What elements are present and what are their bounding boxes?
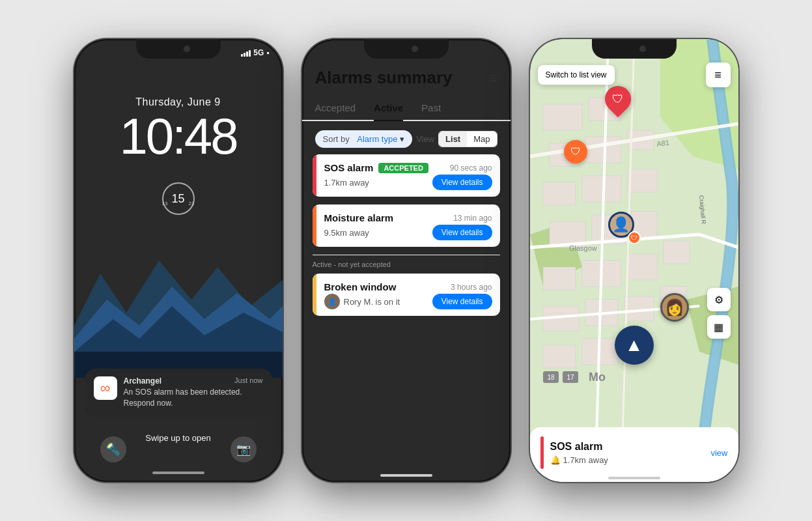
lock-bottom-icons: 🔦 📷 (74, 436, 283, 462)
popup-content: SOS alarm 🔔 1.7km away (550, 441, 705, 465)
pin-person[interactable]: 👩 (660, 293, 689, 322)
alarm-name-moisture: Moisture alarm (324, 212, 394, 223)
svg-text:Glasgow: Glasgow (569, 244, 597, 252)
person-pin-icon: 👩 (665, 298, 684, 317)
svg-text:17: 17 (567, 374, 574, 381)
svg-rect-19 (543, 267, 576, 290)
lockscreen: 5G ▪ Thursday, June 9 10:48 15 13 21 (74, 39, 283, 482)
ring-sub-right: 21 (189, 201, 195, 206)
network-type: 5G (253, 48, 264, 57)
map-screen: A81 Glasgow 18 17 Mo Craighall R Switch … (530, 39, 738, 482)
alarm-top-moisture: Moisture alarm 13 min ago (324, 212, 492, 223)
lock-status-bar: 5G ▪ (74, 39, 283, 57)
tool-settings-icon[interactable]: ⚙ (707, 288, 731, 311)
alarm-name-broken: Broken window (324, 281, 397, 292)
alarm-top-broken: Broken window 3 hours ago (324, 281, 492, 292)
popup-view-btn[interactable]: view (710, 448, 727, 458)
signal-icon (241, 49, 251, 57)
switch-to-list-btn[interactable]: Switch to list view (538, 65, 615, 85)
popup-distance-text: 1.7km away (563, 455, 608, 465)
lock-time-date: Thursday, June 9 10:48 (74, 57, 283, 162)
alarm-card-body-moisture: Moisture alarm 13 min ago 9.5km away Vie… (316, 204, 500, 247)
flashlight-button[interactable]: 🔦 (100, 436, 126, 462)
section-label-unaccepted: Active - not yet accepted (313, 255, 500, 271)
alarms-list: SOS alarm ACCPETED 90 secs ago 1.7km awa… (302, 154, 511, 316)
alarms-header: Alarms summary ≡ (302, 39, 511, 96)
notif-time: Just now (234, 376, 262, 386)
view-list[interactable]: List (439, 132, 467, 147)
svg-rect-15 (628, 169, 657, 192)
alarm-distance-sos: 1.7km away (324, 178, 369, 188)
map-background: A81 Glasgow 18 17 Mo Craighall R (530, 39, 738, 482)
svg-rect-27 (543, 345, 576, 368)
svg-rect-11 (585, 137, 621, 163)
camera-notch-dot-2 (412, 46, 418, 52)
mountain-bg (74, 234, 283, 378)
chevron-down-icon: ▾ (400, 134, 404, 144)
camera-icon: 📷 (236, 442, 251, 457)
tool-grid-icon[interactable]: ▦ (707, 315, 731, 339)
svg-rect-21 (628, 254, 657, 280)
alarm-card-body-sos: SOS alarm ACCPETED 90 secs ago 1.7km awa… (316, 154, 500, 197)
pin-sos-red[interactable]: 🛡 (605, 86, 631, 115)
alarm-badge-accepted: ACCPETED (378, 163, 428, 173)
alarm-card-moisture: Moisture alarm 13 min ago 9.5km away Vie… (313, 204, 500, 247)
sort-label: Sort by (323, 134, 350, 144)
popup-color-bar (540, 436, 544, 469)
camera-notch-dot (184, 46, 190, 52)
home-indicator-3 (608, 477, 660, 479)
archangel-logo: ∞ (100, 380, 111, 397)
alarm-time-sos: 90 secs ago (450, 163, 492, 173)
navigation-button[interactable]: ▲ (615, 326, 654, 365)
alarm-card-broken-window: Broken window 3 hours ago 👤 Rory M. is o… (313, 274, 500, 316)
view-toggle: View List Map (416, 131, 497, 147)
lock-notification[interactable]: ∞ Archangel Just now An SOS alarm has be… (85, 369, 272, 417)
alarm-time-moisture: 13 min ago (453, 214, 492, 223)
alarms-title: Alarms summary (315, 68, 453, 88)
map-menu-icon[interactable]: ≡ (706, 63, 731, 87)
phone-3-map: A81 Glasgow 18 17 Mo Craighall R Switch … (530, 39, 738, 482)
alarm-badge-row: SOS alarm ACCPETED 90 secs ago (324, 162, 492, 173)
popup-distance: 🔔 1.7km away (550, 455, 705, 465)
assignee-name: Rory M. is on it (344, 297, 400, 307)
svg-rect-8 (543, 104, 582, 130)
lock-time: 10:48 (74, 111, 283, 162)
person-pin-avatar: 👤 (612, 216, 630, 233)
notif-app-icon: ∞ (94, 376, 117, 400)
ring-sub-labels: 13 21 (162, 201, 195, 206)
alarm-distance-moisture: 9.5km away (324, 228, 369, 238)
notif-header: Archangel Just now (124, 376, 263, 386)
map-header: Switch to list view ≡ (538, 63, 731, 87)
pin-shield-person[interactable]: 👤 🛡 (608, 212, 641, 244)
tab-accepted[interactable]: Accepted (315, 96, 356, 121)
notif-app-name: Archangel (124, 376, 162, 386)
tab-active[interactable]: Active (374, 96, 403, 121)
pin-shield-orange[interactable]: 🛡 (564, 140, 587, 163)
alarms-tabs: Accepted Active Past (302, 96, 511, 121)
assignee-avatar: 👤 (324, 294, 340, 309)
alarms-screen: Alarms summary ≡ Accepted Active Past So… (302, 39, 511, 482)
notif-message: An SOS alarm has been detected. Respond … (124, 387, 263, 409)
alarms-filter: Sort by Alarm type ▾ View List Map (302, 121, 511, 154)
navigate-icon: ▲ (625, 335, 643, 356)
svg-rect-14 (582, 176, 621, 202)
svg-text:18: 18 (547, 374, 555, 381)
alarm-card-body-broken: Broken window 3 hours ago 👤 Rory M. is o… (316, 274, 500, 316)
camera-notch-dot-3 (639, 46, 646, 52)
tab-past[interactable]: Past (421, 96, 441, 121)
view-options: List Map (438, 131, 497, 147)
view-map[interactable]: Map (467, 132, 496, 147)
sort-button[interactable]: Sort by Alarm type ▾ (315, 130, 413, 148)
lock-ring-widget: 15 (162, 182, 195, 215)
alarm-name-sos: SOS alarm (324, 162, 374, 173)
menu-icon[interactable]: ≡ (489, 70, 497, 87)
shield-badge-icon: 🛡 (631, 234, 637, 242)
view-details-btn-sos[interactable]: View details (432, 175, 492, 190)
view-details-btn-moisture[interactable]: View details (432, 225, 492, 240)
camera-button[interactable]: 📷 (231, 436, 257, 462)
view-details-btn-broken[interactable]: View details (432, 294, 492, 309)
shield-pin-icon: 🛡 (570, 146, 581, 158)
ring-sub-left: 13 (162, 201, 168, 206)
alarm-time-broken: 3 hours ago (451, 283, 492, 292)
tools-panel: ⚙ ▦ (707, 288, 731, 339)
